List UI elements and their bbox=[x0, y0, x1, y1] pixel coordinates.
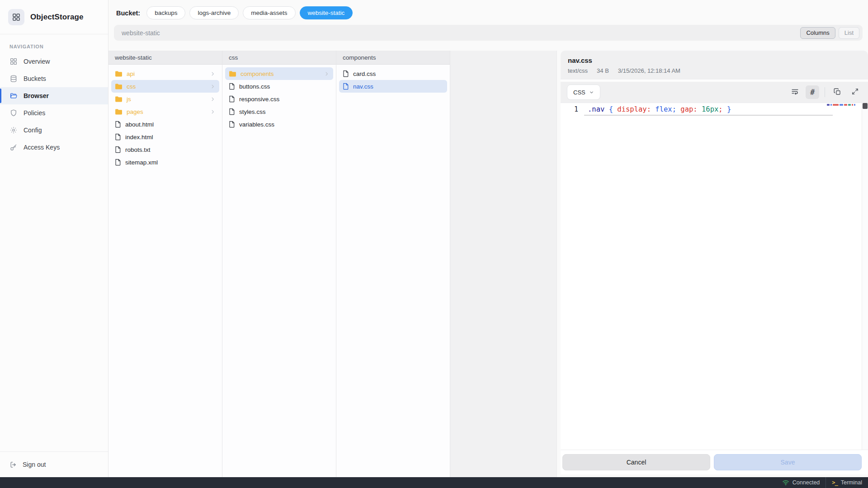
view-list-button[interactable]: List bbox=[839, 27, 859, 39]
file-row-buttons-css[interactable]: buttons.css bbox=[225, 80, 333, 93]
entry-name: index.html bbox=[125, 134, 153, 141]
file-row-variables-css[interactable]: variables.css bbox=[225, 118, 333, 131]
sidebar-item-config[interactable]: Config bbox=[0, 122, 108, 139]
code-token: { bbox=[609, 105, 618, 113]
folder-solid-icon bbox=[115, 96, 123, 103]
sidebar-item-policies[interactable]: Policies bbox=[0, 104, 108, 122]
minimap-mark bbox=[833, 104, 839, 106]
path-bar: website-static ColumnsList bbox=[114, 25, 863, 41]
entry-name: about.html bbox=[125, 121, 154, 128]
language-select[interactable]: CSS bbox=[567, 84, 600, 100]
editor-toolbar: CSS bbox=[561, 82, 868, 103]
file-row-responsive-css[interactable]: responsive.css bbox=[225, 93, 333, 105]
cancel-button[interactable]: Cancel bbox=[562, 454, 710, 470]
connection-status-label: Connected bbox=[793, 479, 820, 486]
folder-row-css[interactable]: css bbox=[111, 80, 219, 93]
file-row-sitemap-xml[interactable]: sitemap.xml bbox=[111, 156, 219, 169]
editor-tool-icons: # bbox=[788, 85, 862, 99]
sidebar-nav: OverviewBucketsBrowserPoliciesConfigAcce… bbox=[0, 53, 108, 156]
expand-icon bbox=[851, 88, 859, 97]
folder-solid-icon bbox=[115, 83, 123, 90]
code-line[interactable]: .nav { display: flex; gap: 16px; } bbox=[584, 105, 833, 116]
file-preview-panel: nav.css text/css 34 B 3/15/2026, 12:18:1… bbox=[557, 43, 868, 477]
language-select-value: CSS bbox=[573, 89, 585, 96]
bucket-pill-logs-archive[interactable]: logs-archive bbox=[189, 6, 239, 19]
code-token: flex; bbox=[651, 105, 676, 113]
sidebar-item-browser[interactable]: Browser bbox=[0, 87, 108, 104]
line-numbers-button[interactable]: # bbox=[806, 85, 819, 99]
editor-scrollbar-thumb[interactable] bbox=[863, 103, 868, 109]
sign-out-button[interactable]: Sign out bbox=[0, 451, 108, 477]
file-row-styles-css[interactable]: styles.css bbox=[225, 105, 333, 118]
terminal-icon: >_ bbox=[832, 479, 837, 486]
app-logo-icon bbox=[8, 9, 24, 25]
minimap-mark bbox=[840, 104, 843, 106]
minimap-mark bbox=[844, 104, 847, 106]
hash-icon: # bbox=[810, 88, 815, 97]
entry-name: responsive.css bbox=[239, 96, 279, 103]
sidebar-item-access-keys[interactable]: Access Keys bbox=[0, 139, 108, 156]
folder-row-api[interactable]: api bbox=[111, 67, 219, 80]
entry-name: nav.css bbox=[353, 83, 373, 90]
word-wrap-button[interactable] bbox=[788, 85, 802, 99]
file-icon bbox=[229, 121, 235, 128]
gear-icon bbox=[9, 126, 18, 134]
terminal-button[interactable]: >_ Terminal bbox=[826, 477, 868, 488]
miller-columns: website-staticapicssjspagesabout.htmlind… bbox=[108, 51, 557, 477]
bucket-pill-backups[interactable]: backups bbox=[146, 6, 185, 19]
folder-solid-icon bbox=[115, 108, 123, 115]
app-title: ObjectStorage bbox=[30, 13, 84, 22]
minimap-mark bbox=[854, 104, 855, 106]
file-row-card-css[interactable]: card.css bbox=[339, 67, 447, 80]
column-website-static: website-staticapicssjspagesabout.htmlind… bbox=[108, 51, 222, 477]
column-header: css bbox=[222, 51, 336, 65]
file-row-index-html[interactable]: index.html bbox=[111, 131, 219, 143]
file-icon bbox=[343, 70, 349, 77]
column-header: website-static bbox=[108, 51, 222, 65]
view-columns-button[interactable]: Columns bbox=[800, 27, 835, 39]
chevron-down-icon bbox=[589, 90, 594, 95]
file-icon bbox=[115, 146, 121, 153]
sidebar-item-label: Browser bbox=[24, 92, 49, 99]
sidebar-item-overview[interactable]: Overview bbox=[0, 53, 108, 70]
code-token: .nav bbox=[588, 105, 609, 113]
save-button[interactable]: Save bbox=[714, 454, 862, 470]
file-row-about-html[interactable]: about.html bbox=[111, 118, 219, 131]
sidebar-item-label: Policies bbox=[24, 109, 45, 117]
file-row-nav-css[interactable]: nav.css bbox=[339, 80, 447, 93]
file-icon bbox=[115, 121, 121, 128]
column-css: csscomponentsbuttons.cssresponsive.cssst… bbox=[222, 51, 336, 477]
line-number: 1 bbox=[561, 105, 584, 113]
entry-name: sitemap.xml bbox=[125, 159, 158, 166]
code-token: 16px bbox=[698, 105, 719, 113]
file-icon bbox=[229, 83, 235, 90]
file-icon bbox=[229, 108, 235, 115]
file-modified: 3/15/2026, 12:18:14 AM bbox=[618, 67, 680, 74]
file-icon bbox=[229, 95, 235, 103]
entry-name: styles.css bbox=[239, 108, 266, 115]
chevron-right-icon bbox=[324, 71, 330, 77]
file-icon bbox=[343, 83, 349, 90]
entry-name: pages bbox=[127, 108, 143, 115]
file-row-robots-txt[interactable]: robots.txt bbox=[111, 143, 219, 156]
logout-icon bbox=[9, 461, 17, 469]
word-wrap-icon bbox=[791, 87, 799, 97]
fullscreen-button[interactable] bbox=[848, 85, 862, 99]
column-header: components bbox=[336, 51, 450, 65]
bucket-pill-website-static[interactable]: website-static bbox=[300, 6, 353, 19]
entry-name: components bbox=[241, 70, 274, 77]
code-token: display: bbox=[617, 105, 651, 113]
chevron-right-icon bbox=[210, 109, 216, 115]
folder-row-pages[interactable]: pages bbox=[111, 105, 219, 118]
bucket-pill-media-assets[interactable]: media-assets bbox=[243, 6, 295, 19]
sidebar-item-buckets[interactable]: Buckets bbox=[0, 70, 108, 87]
connection-status: Connected bbox=[776, 477, 826, 488]
sidebar-item-label: Overview bbox=[24, 58, 50, 65]
minimap-mark bbox=[852, 104, 853, 106]
file-icon bbox=[115, 133, 121, 141]
copy-button[interactable] bbox=[830, 85, 844, 99]
folder-row-js[interactable]: js bbox=[111, 93, 219, 105]
folder-row-components[interactable]: components bbox=[225, 67, 333, 80]
entry-name: card.css bbox=[353, 70, 376, 77]
code-editor[interactable]: 1 .nav { display: flex; gap: 16px; } bbox=[561, 103, 868, 450]
